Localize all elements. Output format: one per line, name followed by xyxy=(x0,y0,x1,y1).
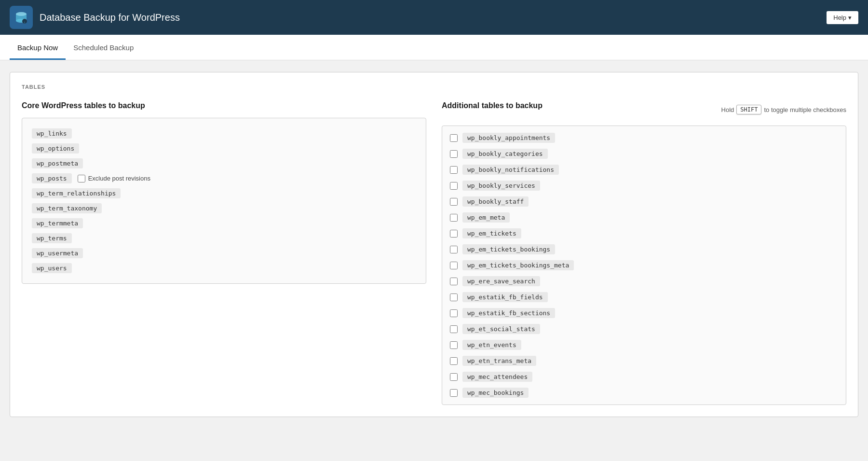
tables-section-card: TABLES Core WordPress tables to backup w… xyxy=(10,72,858,417)
additional-table-item: wp_et_social_stats xyxy=(442,321,846,337)
help-button-label: Help xyxy=(833,14,846,21)
core-table-item: wp_usermeta xyxy=(32,246,416,261)
tab-backup-now[interactable]: Backup Now xyxy=(10,35,66,60)
table-tag: wp_termmeta xyxy=(32,218,83,228)
table-tag: wp_term_taxonomy xyxy=(32,203,102,213)
section-label: TABLES xyxy=(22,84,846,90)
table-tag: wp_bookly_staff xyxy=(462,196,529,207)
tab-scheduled-backup[interactable]: Scheduled Backup xyxy=(66,35,141,60)
additional-table-checkbox[interactable] xyxy=(450,166,458,174)
main-content: TABLES Core WordPress tables to backup w… xyxy=(0,60,868,429)
svg-point-3 xyxy=(16,12,27,16)
additional-table-checkbox[interactable] xyxy=(450,341,458,349)
table-tag: wp_em_tickets_bookings_meta xyxy=(462,260,574,270)
additional-tables-column: Additional tables to backup Hold SHIFT t… xyxy=(442,101,846,405)
nav-tabs: Backup Now Scheduled Backup xyxy=(0,35,868,60)
core-tables-column: Core WordPress tables to backup wp_links… xyxy=(22,101,426,405)
additional-table-item: wp_em_meta xyxy=(442,210,846,225)
additional-table-checkbox[interactable] xyxy=(450,246,458,253)
shift-key: SHIFT xyxy=(736,105,761,114)
table-tag: wp_users xyxy=(32,263,72,273)
core-table-item: wp_term_relationships xyxy=(32,186,416,201)
additional-table-checkbox[interactable] xyxy=(450,325,458,333)
table-tag: wp_em_tickets xyxy=(462,228,521,238)
additional-table-checkbox[interactable] xyxy=(450,262,458,269)
table-tag: wp_et_social_stats xyxy=(462,324,540,334)
additional-table-item: wp_estatik_fb_sections xyxy=(442,305,846,321)
core-table-item: wp_postsExclude post revisions xyxy=(32,171,416,186)
additional-table-item: wp_etn_events xyxy=(442,337,846,353)
additional-table-checkbox[interactable] xyxy=(450,230,458,237)
shift-hint-text: Hold xyxy=(721,106,734,113)
help-chevron-icon: ▾ xyxy=(848,14,852,21)
table-tag: wp_bookly_appointments xyxy=(462,133,555,143)
table-tag: wp_etn_trans_meta xyxy=(462,356,536,366)
help-button[interactable]: Help ▾ xyxy=(827,11,858,24)
additional-table-item: wp_bookly_notifications xyxy=(442,162,846,178)
table-tag: wp_bookly_notifications xyxy=(462,165,559,175)
additional-table-item: wp_ere_save_search xyxy=(442,273,846,289)
core-table-item: wp_termmeta xyxy=(32,216,416,231)
additional-table-item: wp_estatik_fb_fields xyxy=(442,289,846,305)
table-tag: wp_links xyxy=(32,128,72,139)
additional-table-checkbox[interactable] xyxy=(450,357,458,365)
additional-table-item: wp_bookly_services xyxy=(442,178,846,194)
additional-table-item: wp_mec_attendees xyxy=(442,369,846,385)
svg-text:↓: ↓ xyxy=(24,20,26,24)
additional-table-item: wp_etn_trans_meta xyxy=(442,353,846,369)
shift-hint: Hold SHIFT to toggle multiple checkboxes xyxy=(721,105,846,114)
core-tables-title: Core WordPress tables to backup xyxy=(22,101,426,110)
core-table-item: wp_term_taxonomy xyxy=(32,201,416,216)
header-left: ↓ Database Backup for WordPress xyxy=(10,6,180,29)
additional-table-item: wp_bookly_appointments xyxy=(442,130,846,146)
app-title: Database Backup for WordPress xyxy=(40,12,180,23)
table-tag: wp_usermeta xyxy=(32,248,83,258)
additional-table-checkbox[interactable] xyxy=(450,150,458,158)
additional-table-checkbox[interactable] xyxy=(450,198,458,206)
core-tables-box: wp_linkswp_optionswp_postmetawp_postsExc… xyxy=(22,118,426,284)
additional-table-checkbox[interactable] xyxy=(450,214,458,222)
table-tag: wp_bookly_services xyxy=(462,181,540,191)
additional-table-checkbox[interactable] xyxy=(450,373,458,381)
shift-hint-suffix: to toggle multiple checkboxes xyxy=(764,106,846,113)
table-tag: wp_term_relationships xyxy=(32,188,121,198)
table-tag: wp_mec_bookings xyxy=(462,388,529,398)
additional-table-item: wp_em_tickets_bookings_meta xyxy=(442,257,846,273)
additional-table-checkbox[interactable] xyxy=(450,182,458,190)
additional-tables-title: Additional tables to backup xyxy=(442,101,542,110)
table-tag: wp_estatik_fb_fields xyxy=(462,292,548,302)
additional-tables-box: wp_bookly_appointmentswp_bookly_categori… xyxy=(442,126,846,405)
table-tag: wp_postmeta xyxy=(32,158,83,168)
additional-table-checkbox[interactable] xyxy=(450,134,458,142)
additional-table-item: wp_mec_bookings xyxy=(442,385,846,401)
additional-table-item: wp_bookly_staff xyxy=(442,194,846,210)
table-tag: wp_ere_save_search xyxy=(462,276,540,286)
app-icon: ↓ xyxy=(10,6,33,29)
table-tag: wp_bookly_categories xyxy=(462,149,548,159)
tables-grid: Core WordPress tables to backup wp_links… xyxy=(22,101,846,405)
additional-table-item: wp_em_tickets_bookings xyxy=(442,241,846,257)
table-tag: wp_etn_events xyxy=(462,340,521,350)
table-tag: wp_em_tickets_bookings xyxy=(462,244,555,254)
additional-table-checkbox[interactable] xyxy=(450,389,458,397)
table-tag: wp_options xyxy=(32,143,79,154)
table-tag: wp_em_meta xyxy=(462,212,510,223)
app-header: ↓ Database Backup for WordPress Help ▾ xyxy=(0,0,868,35)
table-tag: wp_estatik_fb_sections xyxy=(462,308,555,318)
additional-table-item: wp_em_tickets xyxy=(442,225,846,241)
additional-table-checkbox[interactable] xyxy=(450,278,458,285)
core-table-item: wp_terms xyxy=(32,231,416,246)
table-tag: wp_terms xyxy=(32,233,72,243)
exclude-post-revisions-checkbox[interactable] xyxy=(78,175,85,182)
additional-table-checkbox[interactable] xyxy=(450,293,458,301)
additional-table-checkbox[interactable] xyxy=(450,309,458,317)
exclude-post-revisions-label[interactable]: Exclude post revisions xyxy=(78,175,150,182)
core-table-item: wp_users xyxy=(32,261,416,276)
core-table-item: wp_links xyxy=(32,126,416,141)
core-table-item: wp_options xyxy=(32,141,416,156)
table-tag: wp_posts xyxy=(32,173,72,183)
table-tag: wp_mec_attendees xyxy=(462,372,532,382)
additional-tables-header: Additional tables to backup Hold SHIFT t… xyxy=(442,101,846,118)
core-table-item: wp_postmeta xyxy=(32,156,416,171)
additional-table-item: wp_bookly_categories xyxy=(442,146,846,162)
